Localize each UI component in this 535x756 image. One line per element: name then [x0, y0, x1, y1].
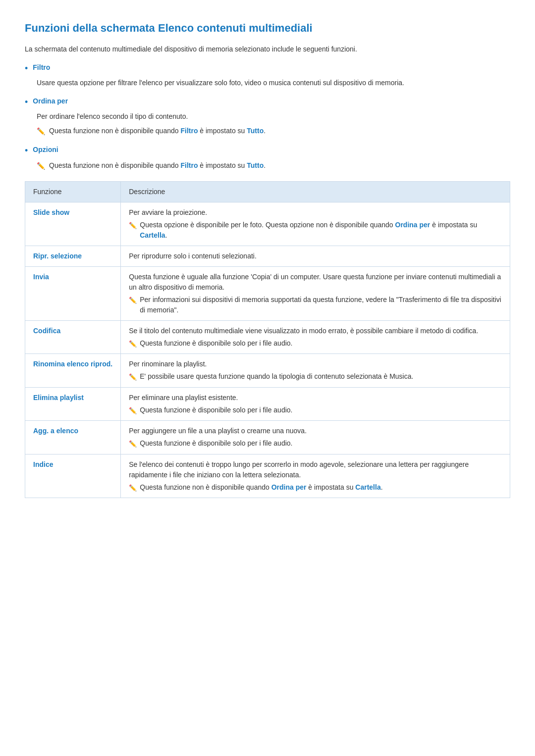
col-header-descrizione: Descrizione — [121, 181, 510, 202]
note-text-ordina-per: Questa funzione non è disponibile quando… — [49, 126, 266, 136]
col-header-funzione: Funzione — [25, 181, 121, 202]
func-cell-ripr-selezione[interactable]: Ripr. selezione — [25, 246, 121, 266]
td-note-agg: ✏️ Questa funzione è disponibile solo pe… — [129, 438, 502, 449]
desc-text-codifica: Se il titolo del contenuto multimediale … — [129, 327, 478, 335]
td-note-codifica: ✏️ Questa funzione è disponibile solo pe… — [129, 338, 502, 349]
bullet-item-ordina-per: • Ordina per — [25, 96, 510, 108]
desc-cell-elimina: Per eliminare una playlist esistente. ✏️… — [121, 387, 510, 421]
table-row: Rinomina elenco riprod. Per rinominare l… — [25, 354, 510, 388]
func-cell-agg[interactable]: Agg. a elenco — [25, 421, 121, 454]
bullet-section-ordina-per: • Ordina per Per ordinare l'elenco secon… — [25, 96, 510, 137]
bullet-section-opzioni: • Opzioni ✏️ Questa funzione non è dispo… — [25, 145, 510, 171]
td-note-text-agg: Questa funzione è disponibile solo per i… — [140, 438, 292, 449]
note-link-tutto-1[interactable]: Tutto — [247, 127, 264, 135]
functions-table: Funzione Descrizione Slide show Per avvi… — [25, 181, 510, 499]
td-link-ordina-per-1[interactable]: Ordina per — [395, 221, 430, 229]
td-note-icon-slideshow: ✏️ — [129, 221, 137, 231]
table-row: Slide show Per avviare la proiezione. ✏️… — [25, 202, 510, 246]
desc-text-ripr-selezione: Per riprodurre solo i contenuti selezion… — [129, 252, 257, 260]
bullet-desc-ordina-per: Per ordinare l'elenco secondo il tipo di… — [37, 111, 510, 122]
td-note-icon-codifica: ✏️ — [129, 339, 137, 349]
bullet-item-filtro: • Filtro — [25, 62, 510, 75]
td-link-ordina-per-2[interactable]: Ordina per — [271, 483, 307, 491]
note-icon-opzioni: ✏️ — [37, 161, 45, 171]
note-ordina-per: ✏️ Questa funzione non è disponibile qua… — [37, 126, 510, 137]
bullet-dot-ordina-per: • — [25, 96, 28, 108]
intro-text: La schermata del contenuto multimediale … — [25, 44, 510, 54]
td-note-icon-indice: ✏️ — [129, 483, 137, 493]
bullet-link-ordina-per[interactable]: Ordina per — [33, 96, 68, 106]
desc-cell-slideshow: Per avviare la proiezione. ✏️ Questa opz… — [121, 202, 510, 246]
bullet-dot-opzioni: • — [25, 145, 28, 157]
td-note-text-indice: Questa funzione non è disponibile quando… — [140, 482, 382, 493]
td-note-text-invia: Per informazioni sui dispositivi di memo… — [140, 295, 502, 315]
desc-text-indice: Se l'elenco dei contenuti è troppo lungo… — [129, 460, 469, 479]
td-note-icon-elimina: ✏️ — [129, 406, 137, 416]
func-cell-indice[interactable]: Indice — [25, 454, 121, 498]
desc-text-agg: Per aggiungere un file a una playlist o … — [129, 427, 307, 435]
td-note-icon-rinomina: ✏️ — [129, 372, 137, 382]
desc-cell-indice: Se l'elenco dei contenuti è troppo lungo… — [121, 454, 510, 498]
desc-cell-agg: Per aggiungere un file a una playlist o … — [121, 421, 510, 454]
desc-text-invia: Questa funzione è uguale alla funzione '… — [129, 273, 501, 291]
td-link-cartella-1[interactable]: Cartella — [140, 231, 165, 239]
td-link-cartella-2[interactable]: Cartella — [355, 483, 380, 491]
td-note-text-codifica: Questa funzione è disponibile solo per i… — [140, 338, 292, 349]
td-note-text-rinomina: E' possibile usare questa funzione quand… — [140, 371, 413, 382]
td-note-text-slideshow: Questa opzione è disponibile per le foto… — [140, 220, 502, 241]
func-cell-elimina[interactable]: Elimina playlist — [25, 387, 121, 421]
desc-text-slideshow: Per avviare la proiezione. — [129, 208, 207, 216]
bullet-desc-filtro: Usare questa opzione per filtrare l'elen… — [37, 78, 510, 88]
bullet-item-opzioni: • Opzioni — [25, 145, 510, 157]
note-link-filtro-1[interactable]: Filtro — [180, 127, 198, 135]
func-cell-slideshow[interactable]: Slide show — [25, 202, 121, 246]
bullet-link-filtro[interactable]: Filtro — [33, 62, 50, 73]
table-row: Invia Questa funzione è uguale alla funz… — [25, 266, 510, 320]
table-row: Ripr. selezione Per riprodurre solo i co… — [25, 246, 510, 266]
table-row: Codifica Se il titolo del contenuto mult… — [25, 320, 510, 354]
td-note-icon-agg: ✏️ — [129, 439, 137, 449]
desc-cell-ripr-selezione: Per riprodurre solo i contenuti selezion… — [121, 246, 510, 266]
note-text-opzioni: Questa funzione non è disponibile quando… — [49, 160, 266, 171]
table-row: Indice Se l'elenco dei contenuti è tropp… — [25, 454, 510, 498]
td-note-slideshow: ✏️ Questa opzione è disponibile per le f… — [129, 220, 502, 241]
td-note-indice: ✏️ Questa funzione non è disponibile qua… — [129, 482, 502, 493]
desc-text-rinomina: Per rinominare la playlist. — [129, 360, 207, 368]
func-cell-codifica[interactable]: Codifica — [25, 320, 121, 354]
td-note-invia: ✏️ Per informazioni sui dispositivi di m… — [129, 295, 502, 315]
note-link-tutto-2[interactable]: Tutto — [247, 161, 264, 169]
td-note-text-elimina: Questa funzione è disponibile solo per i… — [140, 405, 292, 415]
td-note-icon-invia: ✏️ — [129, 296, 137, 305]
bullet-section-filtro: • Filtro Usare questa opzione per filtra… — [25, 62, 510, 88]
table-header-row: Funzione Descrizione — [25, 181, 510, 202]
note-icon-ordina-per: ✏️ — [37, 126, 45, 137]
func-cell-invia[interactable]: Invia — [25, 266, 121, 320]
desc-cell-codifica: Se il titolo del contenuto multimediale … — [121, 320, 510, 354]
note-link-filtro-2[interactable]: Filtro — [180, 161, 198, 169]
td-note-elimina: ✏️ Questa funzione è disponibile solo pe… — [129, 405, 502, 416]
func-cell-rinomina[interactable]: Rinomina elenco riprod. — [25, 354, 121, 388]
page-title: Funzioni della schermata Elenco contenut… — [25, 20, 510, 36]
table-row: Agg. a elenco Per aggiungere un file a u… — [25, 421, 510, 454]
td-note-rinomina: ✏️ E' possibile usare questa funzione qu… — [129, 371, 502, 382]
bullet-dot-filtro: • — [25, 62, 28, 75]
desc-text-elimina: Per eliminare una playlist esistente. — [129, 394, 238, 402]
desc-cell-rinomina: Per rinominare la playlist. ✏️ E' possib… — [121, 354, 510, 388]
desc-cell-invia: Questa funzione è uguale alla funzione '… — [121, 266, 510, 320]
table-row: Elimina playlist Per eliminare una playl… — [25, 387, 510, 421]
note-opzioni: ✏️ Questa funzione non è disponibile qua… — [37, 160, 510, 171]
bullet-link-opzioni[interactable]: Opzioni — [33, 145, 58, 155]
